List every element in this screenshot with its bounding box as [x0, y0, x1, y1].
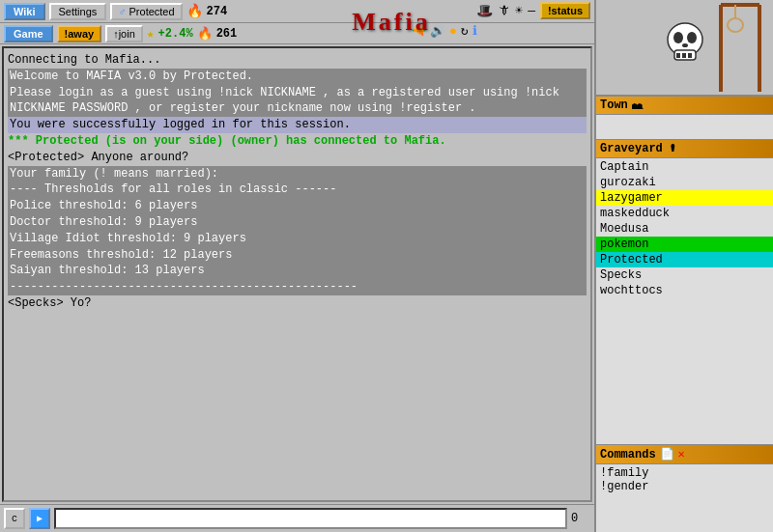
commands-header: Commands 📄 ✕: [596, 445, 773, 464]
doc-icon: 📄: [660, 447, 674, 462]
player-row[interactable]: Captain: [596, 159, 773, 175]
refresh-icon: ↻: [461, 23, 469, 39]
svg-rect-2: [676, 53, 680, 58]
player-row[interactable]: gurozaki: [596, 175, 773, 190]
chat-line: <Specks> Yo?: [8, 295, 587, 312]
chat-area[interactable]: Connecting to Mafia...Welcome to MAFIA v…: [2, 46, 592, 502]
svg-point-6: [687, 32, 697, 43]
join-button[interactable]: ↑join: [105, 25, 143, 42]
input-area: c ▶ 0: [0, 504, 594, 532]
flame-icon: 🔥: [186, 3, 203, 19]
player-row[interactable]: pokemon: [596, 237, 773, 252]
chat-line: <Protected> Anyone around?: [8, 150, 587, 166]
chat-line: Freemasons threshold: 12 players: [8, 247, 587, 264]
graveyard-section: Graveyard ⚰ Captaingurozakilazygamermask…: [596, 140, 773, 445]
chat-line: Police threshold: 6 players: [8, 198, 587, 214]
away-button[interactable]: !away: [57, 25, 102, 42]
chat-line: *** Protected (is on your side) (owner) …: [8, 133, 587, 150]
star-icon: ★: [147, 26, 155, 42]
right-panel: V0.22RC2: [594, 0, 773, 532]
chat-line: You were successfully logged in for this…: [8, 117, 587, 133]
chat-line: Your family (! means married):: [8, 166, 587, 182]
chat-line: ---- Thresholds for all roles in classic…: [8, 182, 587, 198]
chat-line: Village Idiot threshold: 9 players: [8, 231, 587, 247]
commands-list[interactable]: !family!gender: [596, 464, 773, 532]
svg-rect-3: [682, 53, 686, 58]
chat-line: Doctor threshold: 9 players: [8, 214, 587, 231]
status-button[interactable]: !status: [540, 2, 590, 19]
svg-rect-4: [688, 53, 692, 58]
graveyard-players-list[interactable]: CaptaingurozakilazygamermaskedduckMoedus…: [596, 158, 773, 444]
command-item[interactable]: !family: [600, 466, 769, 480]
male-icon: ♂: [118, 6, 126, 17]
minus-icon: —: [528, 4, 535, 18]
town-section: Town 🏘: [596, 97, 773, 140]
game-button[interactable]: Game: [4, 25, 53, 42]
char-count: 0: [571, 512, 590, 525]
red-x-icon: ✕: [678, 447, 685, 462]
skull-icon: [661, 18, 709, 76]
town-players-list: [596, 115, 773, 139]
chat-line: Saiyan threshold: 13 players: [8, 263, 587, 279]
play-button[interactable]: ▶: [29, 508, 50, 529]
c-button[interactable]: c: [4, 508, 25, 529]
chat-line: Welcome to MAFIA v3.0 by Protected.: [8, 69, 587, 85]
mafia-logo: Mafia: [329, 2, 454, 42]
chat-input[interactable]: [54, 508, 567, 529]
hat-icon: 🎩: [476, 3, 493, 19]
command-item[interactable]: !gender: [600, 480, 769, 493]
sun-icon: ☀: [515, 3, 523, 18]
player-row[interactable]: wochttocs: [596, 283, 773, 298]
settings-button[interactable]: Settings: [49, 3, 107, 20]
chat-line: ----------------------------------------…: [8, 279, 587, 295]
chat-line: Please login as a guest using !nick NICK…: [8, 85, 587, 118]
commands-section: Commands 📄 ✕ !family!gender: [596, 445, 773, 532]
bonus-display: +2.4%: [158, 27, 193, 41]
player-row[interactable]: Specks: [596, 267, 773, 283]
svg-point-11: [728, 18, 743, 32]
player-row[interactable]: lazygamer: [596, 190, 773, 206]
graveyard-header: Graveyard ⚰: [596, 140, 773, 158]
number1-display: 274: [207, 5, 228, 18]
main-area: Connecting to Mafia...Welcome to MAFIA v…: [0, 44, 594, 532]
player-row[interactable]: maskedduck: [596, 206, 773, 221]
player-row[interactable]: Protected: [596, 252, 773, 267]
chat-line: Connecting to Mafia...: [8, 52, 587, 69]
svg-point-5: [673, 32, 683, 43]
player-row[interactable]: Moedusa: [596, 221, 773, 237]
town-header: Town 🏘: [596, 97, 773, 115]
svg-point-7: [682, 43, 688, 47]
info-icon: ℹ: [472, 23, 477, 39]
hangman-icon: [716, 0, 769, 92]
town-icon: 🏘: [632, 99, 643, 112]
wiki-button[interactable]: Wiki: [4, 3, 45, 20]
number2-display: 261: [216, 27, 238, 41]
protected-button[interactable]: ♂ Protected: [110, 3, 182, 20]
fire2-icon: 🔥: [197, 26, 213, 42]
sword-icon: 🗡: [498, 4, 510, 18]
skull-area: [596, 0, 773, 97]
graveyard-icon: ⚰: [670, 143, 676, 154]
